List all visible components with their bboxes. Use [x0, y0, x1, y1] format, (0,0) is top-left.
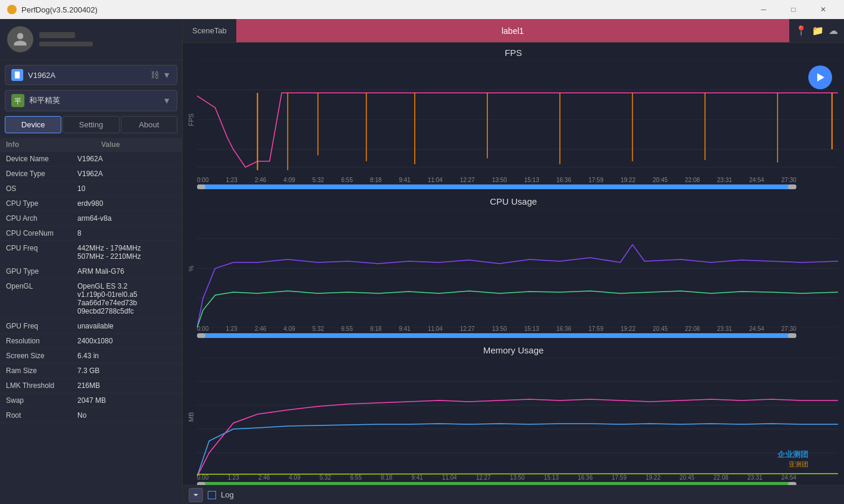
header-value: Value: [101, 140, 120, 149]
tab-bar: Device Setting About: [5, 116, 177, 133]
sidebar: V1962A ⛓ ▼ 平 和平精英 ▼ Device Setting About…: [0, 19, 183, 504]
info-value: V1962A: [77, 155, 176, 163]
info-label: GPU Freq: [6, 322, 77, 330]
info-label: CPU Freq: [6, 244, 77, 252]
scene-tab-icons: 📍 📁 ☁: [789, 25, 844, 36]
info-value: 10: [77, 184, 176, 193]
profile-name: [39, 32, 75, 38]
memory-scrollbar[interactable]: [183, 482, 844, 485]
location-icon[interactable]: 📍: [795, 25, 807, 36]
fps-chart-svg: 40 30 20 10 0: [197, 60, 838, 179]
window-controls: ─ □ ✕: [750, 0, 837, 19]
svg-line-61: [197, 474, 838, 474]
tab-about[interactable]: About: [121, 116, 177, 133]
cpu-scrollbar[interactable]: [183, 333, 844, 338]
info-table-row: Ram Size 7.3 GB: [0, 364, 182, 378]
minimize-button[interactable]: ─: [750, 0, 777, 19]
info-label: CPU CoreNum: [6, 229, 77, 237]
info-table-row: LMK Threshold 216MB: [0, 378, 182, 393]
fps-scrollbar[interactable]: [183, 184, 844, 189]
fps-chart-container: FPS FPS 40 30: [183, 43, 844, 189]
info-value: 2400x1080: [77, 337, 176, 345]
device-name: V1962A: [28, 71, 146, 80]
main-content: SceneTab label1 📍 📁 ☁ FPS FPS: [183, 19, 844, 504]
info-value: unavailable: [77, 322, 176, 330]
info-table-row: GPU Freq unavailable: [0, 319, 182, 334]
info-label: Swap: [6, 396, 77, 405]
info-table: Info Value Device Name V1962A Device Typ…: [0, 138, 182, 504]
info-value: erdv980: [77, 199, 176, 208]
close-button[interactable]: ✕: [809, 0, 837, 19]
expand-button[interactable]: [189, 488, 203, 502]
info-table-row: Device Type V1962A: [0, 167, 182, 181]
info-table-row: OpenGL OpenGL ES 3.2v1.r19p0-01rel0.a57a…: [0, 279, 182, 319]
memory-chart-title: Memory Usage: [183, 340, 844, 358]
info-label: Device Type: [6, 170, 77, 178]
info-value: OpenGL ES 3.2v1.r19p0-01rel0.a57aa66d7e7…: [77, 282, 176, 315]
svg-text:平: 平: [14, 97, 21, 105]
play-button[interactable]: [808, 65, 832, 89]
app-name: 和平精英: [29, 95, 158, 106]
info-label: Screen Size: [6, 352, 77, 360]
device-controls: ⛓ ▼: [151, 70, 171, 80]
memory-chart-svg: 1,250 1,000 750 500 250 0: [197, 358, 838, 477]
cpu-y-axis-label: %: [185, 209, 197, 328]
maximize-button[interactable]: □: [780, 0, 807, 19]
info-value: 8: [77, 229, 176, 237]
header-info: Info: [6, 140, 77, 149]
bottom-bar: Log: [183, 485, 844, 504]
svg-marker-5: [817, 73, 824, 82]
info-table-row: Device Name V1962A: [0, 152, 182, 167]
device-selector[interactable]: V1962A ⛓ ▼: [5, 65, 177, 85]
info-value: 2047 MB: [77, 396, 176, 405]
info-table-row: OS 10: [0, 181, 182, 196]
info-value: ARM Mali-G76: [77, 267, 176, 276]
svg-marker-71: [193, 494, 198, 496]
info-table-row: Swap 2047 MB: [0, 393, 182, 408]
info-label: CPU Arch: [6, 214, 77, 223]
info-value: 6.43 in: [77, 352, 176, 360]
info-table-row: Root No: [0, 408, 182, 423]
scene-tab-label: SceneTab: [183, 26, 236, 35]
info-table-row: GPU Type ARM Mali-G76: [0, 264, 182, 279]
info-value: arm64-v8a: [77, 214, 176, 223]
watermark-line1: 企业测团: [777, 449, 808, 460]
cloud-icon[interactable]: ☁: [829, 25, 838, 36]
info-table-row: Screen Size 6.43 in: [0, 349, 182, 364]
svg-point-0: [9, 7, 15, 12]
titlebar: PerfDog(v3.5.200402) ─ □ ✕: [0, 0, 844, 19]
app-chevron-icon[interactable]: ▼: [162, 96, 171, 105]
tab-setting[interactable]: Setting: [62, 116, 119, 133]
folder-icon[interactable]: 📁: [812, 25, 824, 36]
log-label: Log: [221, 490, 234, 499]
watermark: 企业测团 亚测团: [777, 449, 808, 469]
info-label: LMK Threshold: [6, 381, 77, 390]
info-value: 442MHz - 1794MHz507MHz - 2210MHz: [77, 244, 176, 261]
info-label: CPU Type: [6, 199, 77, 208]
info-value: 7.3 GB: [77, 367, 176, 375]
info-label: Root: [6, 411, 77, 420]
scene-active-tab[interactable]: label1: [236, 19, 789, 42]
cpu-chart-title: CPU Usage: [183, 192, 844, 209]
info-rows: Device Name V1962A Device Type V1962A OS…: [0, 152, 182, 423]
info-table-header: Info Value: [0, 138, 182, 152]
profile-sub: [39, 42, 93, 46]
info-value: 216MB: [77, 381, 176, 390]
app-selector[interactable]: 平 和平精英 ▼: [5, 90, 177, 111]
info-table-row: CPU Type erdv980: [0, 196, 182, 211]
link-icon[interactable]: ⛓: [151, 70, 159, 80]
app-icon: [7, 5, 17, 14]
info-table-row: CPU CoreNum 8: [0, 226, 182, 241]
info-label: GPU Type: [6, 267, 77, 276]
info-value: No: [77, 411, 176, 420]
log-checkbox[interactable]: [208, 491, 216, 499]
device-chevron-icon[interactable]: ▼: [162, 70, 171, 80]
info-value: V1962A: [77, 170, 176, 178]
titlebar-left: PerfDog(v3.5.200402): [7, 5, 98, 14]
info-label: OS: [6, 184, 77, 193]
charts-area: FPS FPS 40 30: [183, 43, 844, 485]
app-game-icon: 平: [11, 94, 24, 107]
tab-device[interactable]: Device: [5, 116, 61, 133]
info-label: Resolution: [6, 337, 77, 345]
memory-chart-container: Memory Usage MB 1,250 1,000: [183, 340, 844, 485]
